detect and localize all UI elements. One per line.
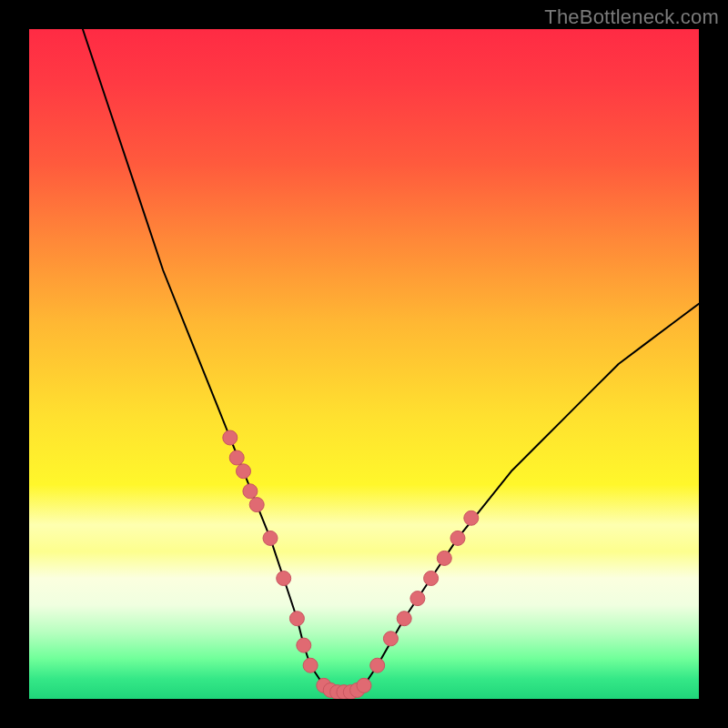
marker-left (229, 450, 244, 465)
marker-left (297, 638, 311, 652)
marker-right (424, 571, 439, 586)
marker-right (437, 551, 451, 565)
marker-left (303, 658, 318, 672)
marker-right (397, 612, 411, 626)
marker-left (237, 464, 251, 479)
chart-stage: TheBottleneck.com (0, 0, 728, 728)
watermark-label: TheBottleneck.com (544, 5, 719, 29)
marker-right (464, 511, 479, 525)
marker-bottom (357, 678, 371, 693)
marker-right (410, 592, 425, 606)
marker-left (289, 612, 304, 626)
marker-left (249, 498, 264, 512)
bottleneck-curve (83, 29, 699, 693)
chart-svg (29, 29, 699, 699)
marker-left (223, 430, 238, 445)
plot-area (29, 29, 699, 699)
marker-right (383, 632, 398, 646)
marker-left (243, 484, 258, 499)
marker-left (277, 571, 291, 586)
marker-right (450, 531, 465, 545)
marker-left (263, 531, 278, 545)
marker-right (370, 658, 385, 672)
